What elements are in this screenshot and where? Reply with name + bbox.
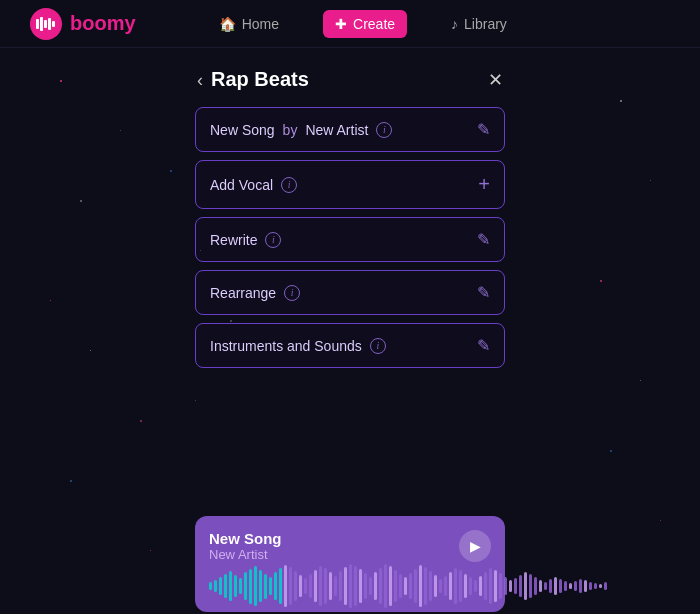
player-info: New Song New Artist	[209, 530, 282, 562]
rewrite-row[interactable]: Rewrite i ✎	[195, 217, 505, 262]
instruments-row-left: Instruments and Sounds i	[210, 338, 386, 354]
library-icon: ♪	[451, 16, 458, 32]
add-vocal-row[interactable]: Add Vocal i +	[195, 160, 505, 209]
rearrange-info-icon[interactable]: i	[284, 285, 300, 301]
instruments-info-icon[interactable]: i	[370, 338, 386, 354]
rearrange-label: Rearrange	[210, 285, 276, 301]
nav-library-label: Library	[464, 16, 507, 32]
logo-icon	[30, 8, 62, 40]
nav-home-label: Home	[242, 16, 279, 32]
song-info-icon[interactable]: i	[376, 122, 392, 138]
panel-header: ‹ Rap Beats ✕	[195, 68, 505, 91]
player-song-name: New Song	[209, 530, 282, 547]
song-name-label: New Song	[210, 122, 275, 138]
nav-items: 🏠 Home ✚ Create ♪ Library	[207, 10, 519, 38]
add-vocal-row-left: Add Vocal i	[210, 177, 297, 193]
waveform	[209, 572, 491, 612]
rearrange-row[interactable]: Rearrange i ✎	[195, 270, 505, 315]
rewrite-row-left: Rewrite i	[210, 232, 281, 248]
rewrite-label: Rewrite	[210, 232, 257, 248]
instruments-label: Instruments and Sounds	[210, 338, 362, 354]
player-top: New Song New Artist ▶	[209, 530, 491, 562]
logo-text: boomy	[70, 12, 136, 35]
navbar: boomy 🏠 Home ✚ Create ♪ Library	[0, 0, 700, 48]
player-artist-name: New Artist	[209, 547, 282, 562]
song-edit-icon[interactable]: ✎	[477, 120, 490, 139]
add-vocal-plus-icon[interactable]: +	[478, 173, 490, 196]
rewrite-info-icon[interactable]: i	[265, 232, 281, 248]
back-button[interactable]: ‹	[197, 71, 203, 89]
rearrange-row-left: Rearrange i	[210, 285, 300, 301]
instruments-row[interactable]: Instruments and Sounds i ✎	[195, 323, 505, 368]
create-icon: ✚	[335, 16, 347, 32]
song-title-row[interactable]: New Song by New Artist i ✎	[195, 107, 505, 152]
nav-create-label: Create	[353, 16, 395, 32]
panel: ‹ Rap Beats ✕ New Song by New Artist i ✎…	[195, 68, 505, 376]
home-icon: 🏠	[219, 16, 236, 32]
nav-create[interactable]: ✚ Create	[323, 10, 407, 38]
logo: boomy	[30, 8, 136, 40]
panel-title: Rap Beats	[211, 68, 309, 91]
vocal-info-icon[interactable]: i	[281, 177, 297, 193]
nav-library[interactable]: ♪ Library	[439, 10, 519, 38]
play-button[interactable]: ▶	[459, 530, 491, 562]
svg-rect-0	[36, 19, 39, 29]
song-title-row-left: New Song by New Artist i	[210, 122, 392, 138]
svg-rect-1	[40, 17, 43, 31]
main-content: ‹ Rap Beats ✕ New Song by New Artist i ✎…	[0, 48, 700, 614]
rewrite-edit-icon[interactable]: ✎	[477, 230, 490, 249]
panel-header-left: ‹ Rap Beats	[197, 68, 309, 91]
instruments-edit-icon[interactable]: ✎	[477, 336, 490, 355]
nav-home[interactable]: 🏠 Home	[207, 10, 291, 38]
add-vocal-label: Add Vocal	[210, 177, 273, 193]
close-button[interactable]: ✕	[488, 69, 503, 91]
artist-name-label: New Artist	[305, 122, 368, 138]
player-card: New Song New Artist ▶	[195, 516, 505, 612]
rearrange-edit-icon[interactable]: ✎	[477, 283, 490, 302]
svg-rect-2	[44, 20, 47, 28]
svg-rect-3	[48, 18, 51, 30]
by-text: by	[283, 122, 298, 138]
svg-rect-4	[52, 21, 55, 27]
